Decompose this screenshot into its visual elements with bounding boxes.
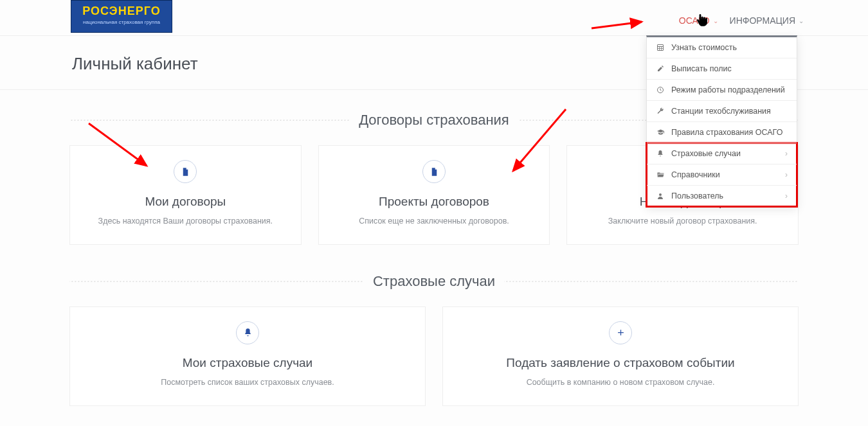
chevron-right-icon: ›	[785, 170, 788, 179]
folder-open-icon	[656, 171, 665, 179]
card-title: Подать заявление о страховом событии	[455, 356, 786, 370]
cases-cards: Мои страховые случаи Посмотреть список в…	[69, 306, 799, 406]
card-desc: Посмотреть список ваших страховых случае…	[82, 377, 413, 389]
nav-info[interactable]: ИНФОРМАЦИЯ ⌄	[730, 15, 804, 26]
bell-icon	[656, 150, 665, 157]
dd-label: Справочники	[671, 170, 720, 179]
plus-icon	[609, 321, 632, 344]
chevron-right-icon: ›	[785, 149, 788, 158]
chevron-right-icon: ›	[785, 191, 788, 200]
divider-dots	[69, 281, 364, 282]
card-title: Мои страховые случаи	[82, 356, 413, 370]
section-head: Страховые случаи	[69, 273, 799, 290]
card-title: Проекты договоров	[330, 195, 538, 209]
dd-label: Правила страхования ОСАГО	[671, 128, 782, 137]
dd-item-directories[interactable]: Справочники ›	[647, 164, 797, 186]
section-cases: Страховые случаи Мои страховые случаи По…	[69, 273, 799, 406]
card-desc: Заключите новый договор страхования.	[579, 215, 786, 227]
dd-label: Режим работы подразделений	[671, 85, 785, 94]
section-title-contracts: Договоры страхования	[359, 112, 509, 129]
clock-icon	[656, 86, 665, 94]
calculator-icon	[656, 44, 665, 51]
divider-dots	[69, 120, 350, 121]
card-my-contracts[interactable]: Мои договоры Здесь находятся Ваши догово…	[69, 145, 302, 245]
dd-item-schedule[interactable]: Режим работы подразделений	[647, 80, 797, 101]
dd-highlighted-group: Страховые случаи › Справочники › Пользов…	[647, 143, 797, 206]
bell-icon	[236, 321, 259, 344]
dd-label: Узнать стоимость	[671, 43, 737, 52]
dd-label: Станции техобслуживания	[671, 107, 771, 116]
dd-item-user[interactable]: Пользователь ›	[647, 186, 797, 206]
user-icon	[656, 192, 665, 200]
wrench-icon	[656, 107, 665, 115]
nav-osago-label: ОСАГО	[679, 15, 710, 26]
dd-item-issue[interactable]: Выписать полис	[647, 58, 797, 80]
svg-text:W: W	[432, 171, 436, 175]
dd-item-cases[interactable]: Страховые случаи ›	[647, 143, 797, 164]
edit-icon	[656, 65, 665, 73]
card-draft-contracts[interactable]: W Проекты договоров Список еще не заключ…	[318, 145, 550, 245]
dd-item-price[interactable]: Узнать стоимость	[647, 37, 797, 58]
nav-osago[interactable]: ОСАГО ⌄	[679, 15, 718, 26]
osago-dropdown: Узнать стоимость Выписать полис Режим ра…	[646, 35, 797, 207]
logo-main: РОСЭНЕРГО	[71, 4, 172, 18]
divider-dots	[504, 281, 799, 282]
nav-info-label: ИНФОРМАЦИЯ	[730, 15, 795, 26]
logo[interactable]: РОСЭНЕРГО национальная страховая группа	[71, 0, 172, 33]
dd-label: Пользователь	[671, 191, 723, 200]
topbar: РОСЭНЕРГО национальная страховая группа …	[0, 0, 868, 36]
dd-item-rules[interactable]: Правила страхования ОСАГО	[647, 122, 797, 143]
card-title: Мои договоры	[82, 195, 289, 209]
graduation-cap-icon	[656, 129, 665, 136]
card-my-cases[interactable]: Мои страховые случаи Посмотреть список в…	[69, 306, 426, 406]
svg-point-7	[659, 193, 662, 196]
dd-label: Страховые случаи	[671, 149, 741, 158]
section-title-cases: Страховые случаи	[373, 273, 495, 290]
top-nav: ОСАГО ⌄ ИНФОРМАЦИЯ ⌄	[679, 15, 804, 26]
page-title: Личный кабинет	[72, 54, 198, 74]
chevron-down-icon: ⌄	[799, 17, 804, 24]
card-submit-claim[interactable]: Подать заявление о страховом событии Соо…	[442, 306, 799, 406]
card-desc: Список еще не заключенных договоров.	[330, 215, 538, 227]
document-icon	[174, 160, 197, 183]
dd-item-stations[interactable]: Станции техобслуживания	[647, 101, 797, 122]
file-word-icon: W	[422, 160, 446, 183]
dd-label: Выписать полис	[671, 64, 732, 73]
card-desc: Сообщить в компанию о новом страховом сл…	[455, 377, 786, 389]
svg-rect-1	[658, 45, 664, 51]
card-desc: Здесь находятся Ваши договоры страховани…	[82, 215, 289, 227]
chevron-down-icon: ⌄	[713, 17, 718, 24]
logo-sub: национальная страховая группа	[71, 19, 172, 25]
